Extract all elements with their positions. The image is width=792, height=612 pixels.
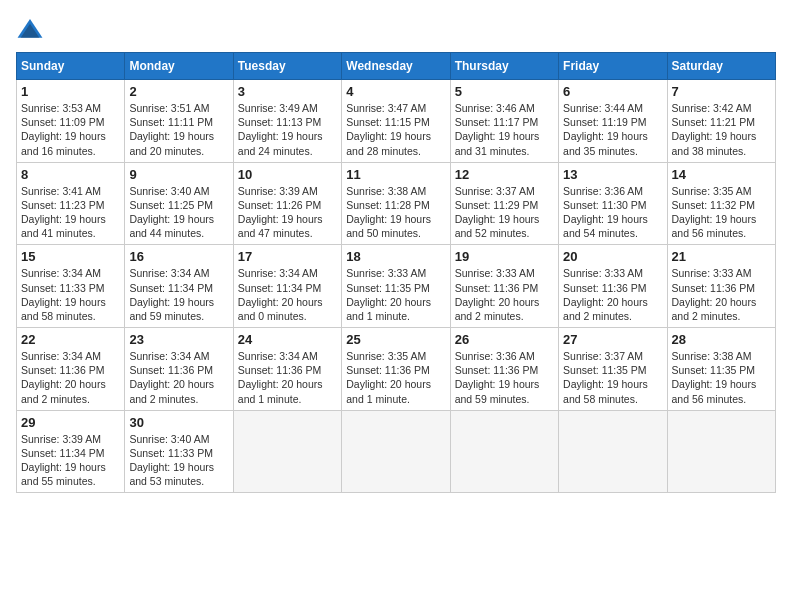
day-number: 22: [21, 332, 120, 347]
day-info: Sunrise: 3:39 AM Sunset: 11:26 PM Daylig…: [238, 184, 337, 241]
calendar-cell: 27 Sunrise: 3:37 AM Sunset: 11:35 PM Day…: [559, 328, 667, 411]
weekday-header-wednesday: Wednesday: [342, 53, 450, 80]
calendar-cell: 22 Sunrise: 3:34 AM Sunset: 11:36 PM Day…: [17, 328, 125, 411]
day-info: Sunrise: 3:35 AM Sunset: 11:36 PM Daylig…: [346, 349, 445, 406]
day-number: 24: [238, 332, 337, 347]
day-info: Sunrise: 3:46 AM Sunset: 11:17 PM Daylig…: [455, 101, 554, 158]
day-number: 28: [672, 332, 771, 347]
calendar-cell: 21 Sunrise: 3:33 AM Sunset: 11:36 PM Day…: [667, 245, 775, 328]
weekday-header-row: SundayMondayTuesdayWednesdayThursdayFrid…: [17, 53, 776, 80]
calendar-cell: 1 Sunrise: 3:53 AM Sunset: 11:09 PM Dayl…: [17, 80, 125, 163]
calendar-week-3: 15 Sunrise: 3:34 AM Sunset: 11:33 PM Day…: [17, 245, 776, 328]
day-number: 6: [563, 84, 662, 99]
day-info: Sunrise: 3:36 AM Sunset: 11:30 PM Daylig…: [563, 184, 662, 241]
calendar-cell: 11 Sunrise: 3:38 AM Sunset: 11:28 PM Day…: [342, 162, 450, 245]
day-info: Sunrise: 3:34 AM Sunset: 11:36 PM Daylig…: [238, 349, 337, 406]
day-number: 25: [346, 332, 445, 347]
day-info: Sunrise: 3:51 AM Sunset: 11:11 PM Daylig…: [129, 101, 228, 158]
day-number: 20: [563, 249, 662, 264]
day-number: 19: [455, 249, 554, 264]
calendar-cell: 18 Sunrise: 3:33 AM Sunset: 11:35 PM Day…: [342, 245, 450, 328]
day-info: Sunrise: 3:44 AM Sunset: 11:19 PM Daylig…: [563, 101, 662, 158]
calendar-cell: 30 Sunrise: 3:40 AM Sunset: 11:33 PM Day…: [125, 410, 233, 493]
page-header: [16, 16, 776, 44]
calendar-cell: 4 Sunrise: 3:47 AM Sunset: 11:15 PM Dayl…: [342, 80, 450, 163]
weekday-header-thursday: Thursday: [450, 53, 558, 80]
day-number: 13: [563, 167, 662, 182]
day-number: 21: [672, 249, 771, 264]
day-info: Sunrise: 3:36 AM Sunset: 11:36 PM Daylig…: [455, 349, 554, 406]
day-info: Sunrise: 3:35 AM Sunset: 11:32 PM Daylig…: [672, 184, 771, 241]
calendar-cell: 8 Sunrise: 3:41 AM Sunset: 11:23 PM Dayl…: [17, 162, 125, 245]
day-info: Sunrise: 3:37 AM Sunset: 11:35 PM Daylig…: [563, 349, 662, 406]
calendar-cell: [233, 410, 341, 493]
day-number: 26: [455, 332, 554, 347]
calendar-cell: 2 Sunrise: 3:51 AM Sunset: 11:11 PM Dayl…: [125, 80, 233, 163]
day-number: 10: [238, 167, 337, 182]
calendar-week-2: 8 Sunrise: 3:41 AM Sunset: 11:23 PM Dayl…: [17, 162, 776, 245]
calendar-week-1: 1 Sunrise: 3:53 AM Sunset: 11:09 PM Dayl…: [17, 80, 776, 163]
day-number: 2: [129, 84, 228, 99]
day-info: Sunrise: 3:33 AM Sunset: 11:36 PM Daylig…: [563, 266, 662, 323]
day-info: Sunrise: 3:49 AM Sunset: 11:13 PM Daylig…: [238, 101, 337, 158]
calendar-cell: 7 Sunrise: 3:42 AM Sunset: 11:21 PM Dayl…: [667, 80, 775, 163]
calendar-cell: [450, 410, 558, 493]
calendar-cell: 24 Sunrise: 3:34 AM Sunset: 11:36 PM Day…: [233, 328, 341, 411]
calendar-cell: 25 Sunrise: 3:35 AM Sunset: 11:36 PM Day…: [342, 328, 450, 411]
calendar-cell: 13 Sunrise: 3:36 AM Sunset: 11:30 PM Day…: [559, 162, 667, 245]
calendar-week-5: 29 Sunrise: 3:39 AM Sunset: 11:34 PM Day…: [17, 410, 776, 493]
day-info: Sunrise: 3:34 AM Sunset: 11:33 PM Daylig…: [21, 266, 120, 323]
day-info: Sunrise: 3:33 AM Sunset: 11:36 PM Daylig…: [672, 266, 771, 323]
weekday-header-friday: Friday: [559, 53, 667, 80]
logo: [16, 16, 48, 44]
day-number: 12: [455, 167, 554, 182]
calendar-cell: [559, 410, 667, 493]
day-number: 30: [129, 415, 228, 430]
day-number: 17: [238, 249, 337, 264]
day-info: Sunrise: 3:40 AM Sunset: 11:33 PM Daylig…: [129, 432, 228, 489]
day-number: 4: [346, 84, 445, 99]
day-info: Sunrise: 3:37 AM Sunset: 11:29 PM Daylig…: [455, 184, 554, 241]
calendar-cell: 9 Sunrise: 3:40 AM Sunset: 11:25 PM Dayl…: [125, 162, 233, 245]
day-info: Sunrise: 3:34 AM Sunset: 11:34 PM Daylig…: [238, 266, 337, 323]
calendar-cell: 20 Sunrise: 3:33 AM Sunset: 11:36 PM Day…: [559, 245, 667, 328]
day-number: 14: [672, 167, 771, 182]
calendar-cell: 5 Sunrise: 3:46 AM Sunset: 11:17 PM Dayl…: [450, 80, 558, 163]
weekday-header-sunday: Sunday: [17, 53, 125, 80]
calendar-cell: [342, 410, 450, 493]
logo-icon: [16, 16, 44, 44]
calendar-week-4: 22 Sunrise: 3:34 AM Sunset: 11:36 PM Day…: [17, 328, 776, 411]
day-info: Sunrise: 3:38 AM Sunset: 11:28 PM Daylig…: [346, 184, 445, 241]
day-info: Sunrise: 3:33 AM Sunset: 11:35 PM Daylig…: [346, 266, 445, 323]
day-info: Sunrise: 3:53 AM Sunset: 11:09 PM Daylig…: [21, 101, 120, 158]
day-number: 9: [129, 167, 228, 182]
calendar-cell: 6 Sunrise: 3:44 AM Sunset: 11:19 PM Dayl…: [559, 80, 667, 163]
weekday-header-tuesday: Tuesday: [233, 53, 341, 80]
calendar-cell: 28 Sunrise: 3:38 AM Sunset: 11:35 PM Day…: [667, 328, 775, 411]
calendar-cell: 10 Sunrise: 3:39 AM Sunset: 11:26 PM Day…: [233, 162, 341, 245]
day-number: 16: [129, 249, 228, 264]
day-number: 8: [21, 167, 120, 182]
calendar-cell: 15 Sunrise: 3:34 AM Sunset: 11:33 PM Day…: [17, 245, 125, 328]
calendar-table: SundayMondayTuesdayWednesdayThursdayFrid…: [16, 52, 776, 493]
calendar-cell: 3 Sunrise: 3:49 AM Sunset: 11:13 PM Dayl…: [233, 80, 341, 163]
calendar-cell: [667, 410, 775, 493]
day-number: 3: [238, 84, 337, 99]
weekday-header-monday: Monday: [125, 53, 233, 80]
calendar-cell: 23 Sunrise: 3:34 AM Sunset: 11:36 PM Day…: [125, 328, 233, 411]
day-number: 1: [21, 84, 120, 99]
calendar-cell: 26 Sunrise: 3:36 AM Sunset: 11:36 PM Day…: [450, 328, 558, 411]
day-info: Sunrise: 3:38 AM Sunset: 11:35 PM Daylig…: [672, 349, 771, 406]
calendar-cell: 19 Sunrise: 3:33 AM Sunset: 11:36 PM Day…: [450, 245, 558, 328]
day-info: Sunrise: 3:34 AM Sunset: 11:36 PM Daylig…: [129, 349, 228, 406]
day-info: Sunrise: 3:34 AM Sunset: 11:34 PM Daylig…: [129, 266, 228, 323]
calendar-cell: 14 Sunrise: 3:35 AM Sunset: 11:32 PM Day…: [667, 162, 775, 245]
day-info: Sunrise: 3:40 AM Sunset: 11:25 PM Daylig…: [129, 184, 228, 241]
day-number: 27: [563, 332, 662, 347]
calendar-cell: 12 Sunrise: 3:37 AM Sunset: 11:29 PM Day…: [450, 162, 558, 245]
day-number: 11: [346, 167, 445, 182]
day-info: Sunrise: 3:33 AM Sunset: 11:36 PM Daylig…: [455, 266, 554, 323]
calendar-cell: 16 Sunrise: 3:34 AM Sunset: 11:34 PM Day…: [125, 245, 233, 328]
day-number: 15: [21, 249, 120, 264]
weekday-header-saturday: Saturday: [667, 53, 775, 80]
